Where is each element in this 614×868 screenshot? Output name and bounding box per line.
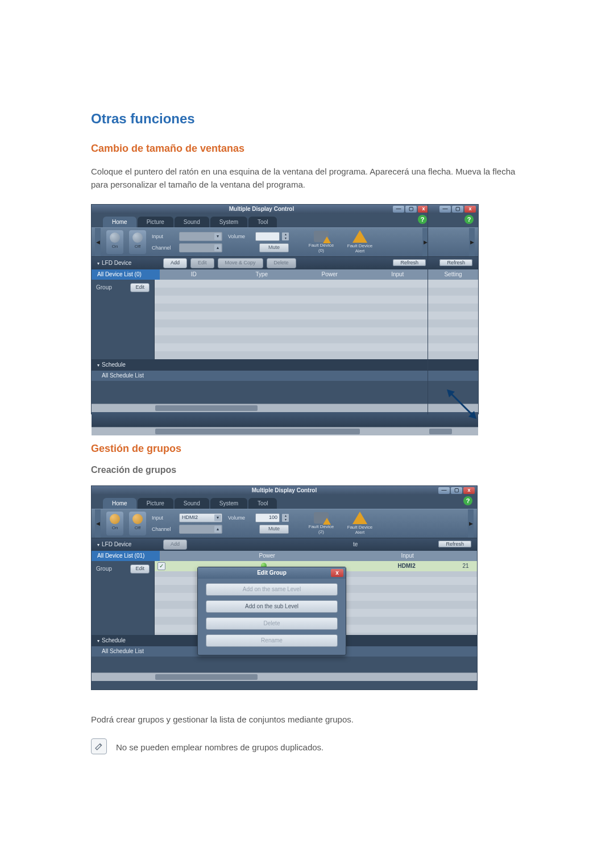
col-input: Input <box>364 271 432 277</box>
device-sidebar: Group Edit <box>92 561 155 635</box>
screenshot-resize: Multiple Display Control — ▢ x ? Home Pi… <box>91 204 478 420</box>
tab-sound[interactable]: Sound <box>175 498 209 509</box>
tab-tool[interactable]: Tool <box>248 217 277 227</box>
group-edit-button[interactable]: Edit <box>130 564 150 574</box>
power-off-button[interactable]: Off <box>129 230 146 254</box>
refresh-button[interactable]: Refresh <box>439 259 472 266</box>
mute-button[interactable]: Mute <box>259 525 289 534</box>
mdc-window-overlap: — ▢ x ? ▶ Refresh Setting <box>428 204 479 414</box>
window-title: Multiple Display Control <box>252 487 317 493</box>
help-icon[interactable]: ? <box>464 215 474 224</box>
fault-device-indicator[interactable]: Fault Device(0) <box>305 231 338 254</box>
lfd-device-header[interactable]: ▾LFD Device <box>92 260 160 266</box>
power-on-button[interactable]: On <box>106 230 123 254</box>
row-input-value: HDMI2 <box>359 563 454 569</box>
main-tabs: Home Picture Sound System Tool <box>92 495 477 509</box>
power-on-label: On <box>112 244 118 249</box>
tab-sound[interactable]: Sound <box>175 217 209 227</box>
tab-system[interactable]: System <box>210 217 247 227</box>
move-copy-button[interactable]: Move & Copy <box>218 258 263 268</box>
all-device-list-header[interactable]: All Device List (01) <box>92 551 160 561</box>
channel-select[interactable]: ▴ <box>179 525 222 534</box>
delete-group-option[interactable]: Delete <box>206 617 338 630</box>
col-te: te <box>353 541 358 547</box>
channel-select[interactable]: ▴ <box>179 243 222 252</box>
volume-input[interactable] <box>255 232 280 241</box>
col-power: Power <box>173 553 360 559</box>
input-select[interactable]: HDMI2▾ <box>179 513 222 522</box>
horizontal-scrollbar-2[interactable] <box>92 427 432 435</box>
minimize-button[interactable]: — <box>393 206 404 213</box>
help-icon[interactable]: ? <box>418 215 427 224</box>
stepper-icon: ▴ <box>214 526 221 533</box>
close-button[interactable]: x <box>464 206 476 213</box>
nav-right-icon[interactable]: ▶ <box>469 228 475 256</box>
nav-right-icon[interactable]: ▶ <box>468 509 474 538</box>
horizontal-scrollbar[interactable] <box>92 672 477 681</box>
power-off-label: Off <box>135 525 141 530</box>
power-off-button[interactable]: Off <box>129 512 146 535</box>
help-icon[interactable]: ? <box>463 496 472 505</box>
fault-device-indicator[interactable]: Fault Device(2) <box>305 512 338 535</box>
tab-home[interactable]: Home <box>103 498 136 509</box>
maximize-button[interactable]: ▢ <box>452 206 463 213</box>
power-on-button[interactable]: On <box>106 512 123 535</box>
nav-left-icon[interactable]: ◀ <box>95 509 101 538</box>
note-row: No se pueden emplear nombres de grupos d… <box>91 738 523 754</box>
stepper-icon: ▴ <box>214 244 221 251</box>
fault-alert-indicator[interactable]: Fault Device Alert <box>343 512 376 535</box>
refresh-button[interactable]: Refresh <box>438 541 471 547</box>
col-setting: Setting <box>428 271 478 277</box>
group-label: Group <box>96 566 112 572</box>
row-checkbox[interactable]: ✓ <box>157 562 165 570</box>
edit-group-dialog: Edit Group x Add on the same Level Add o… <box>197 567 346 655</box>
input-select[interactable]: ▾ <box>179 232 222 241</box>
mute-button[interactable]: Mute <box>259 243 289 252</box>
add-same-level-option[interactable]: Add on the same Level <box>206 583 338 596</box>
tab-home[interactable]: Home <box>103 217 136 227</box>
screenshot-groups: Multiple Display Control — ▢ x ? Home Pi… <box>91 485 523 690</box>
dialog-close-button[interactable]: x <box>331 569 343 577</box>
tab-tool[interactable]: Tool <box>248 498 277 509</box>
titlebar: Multiple Display Control — ▢ x <box>92 205 432 214</box>
lfd-section-bar: ▾LFD Device Add te Refresh <box>92 538 477 551</box>
group-edit-button[interactable]: Edit <box>130 283 150 292</box>
chevron-down-icon: ▾ <box>214 514 221 521</box>
maximize-button[interactable]: ▢ <box>405 206 417 213</box>
fault-alert-indicator[interactable]: Fault Device Alert <box>343 230 376 254</box>
delete-button[interactable]: Delete <box>267 258 296 268</box>
all-device-list-header[interactable]: All Device List (0) <box>92 269 160 280</box>
titlebar: Multiple Display Control — ▢ x <box>92 486 477 495</box>
rename-group-option[interactable]: Rename <box>206 634 338 647</box>
maximize-button[interactable]: ▢ <box>451 487 462 494</box>
tab-picture[interactable]: Picture <box>138 498 173 509</box>
close-button[interactable]: x <box>463 487 475 494</box>
schedule-header[interactable]: ▾Schedule <box>92 359 432 371</box>
add-button[interactable]: Add <box>163 258 187 268</box>
channel-label: Channel <box>152 245 177 251</box>
add-button[interactable]: Add <box>163 539 187 550</box>
input-label: Input <box>152 515 177 521</box>
chevron-down-icon: ▾ <box>214 233 221 240</box>
col-power: Power <box>296 271 364 277</box>
volume-stepper[interactable]: ▴▾ <box>282 514 289 522</box>
lfd-section-bar: ▾LFD Device Add Edit Move & Copy Delete … <box>92 257 432 269</box>
tab-system[interactable]: System <box>210 498 247 509</box>
nav-left-icon[interactable]: ◀ <box>95 228 101 256</box>
input-label: Input <box>152 234 177 239</box>
mdc-window: Multiple Display Control — ▢ x ? Home Pi… <box>91 485 478 690</box>
refresh-button[interactable]: Refresh <box>393 259 426 266</box>
add-sub-level-option[interactable]: Add on the sub Level <box>206 600 338 613</box>
lfd-device-header[interactable]: ▾LFD Device <box>92 541 160 547</box>
minimize-button[interactable]: — <box>438 487 450 494</box>
edit-button[interactable]: Edit <box>190 258 214 268</box>
volume-stepper[interactable]: ▴▾ <box>282 232 289 240</box>
tab-picture[interactable]: Picture <box>138 217 173 227</box>
minimize-button[interactable]: — <box>439 206 451 213</box>
all-schedule-list[interactable]: All Schedule List <box>92 371 432 381</box>
volume-input[interactable]: 100 <box>255 513 280 522</box>
device-grid <box>155 280 432 359</box>
edit-group-title: Edit Group x <box>198 567 346 579</box>
horizontal-scrollbar[interactable] <box>92 404 432 412</box>
device-sidebar: Group Edit <box>92 280 155 359</box>
